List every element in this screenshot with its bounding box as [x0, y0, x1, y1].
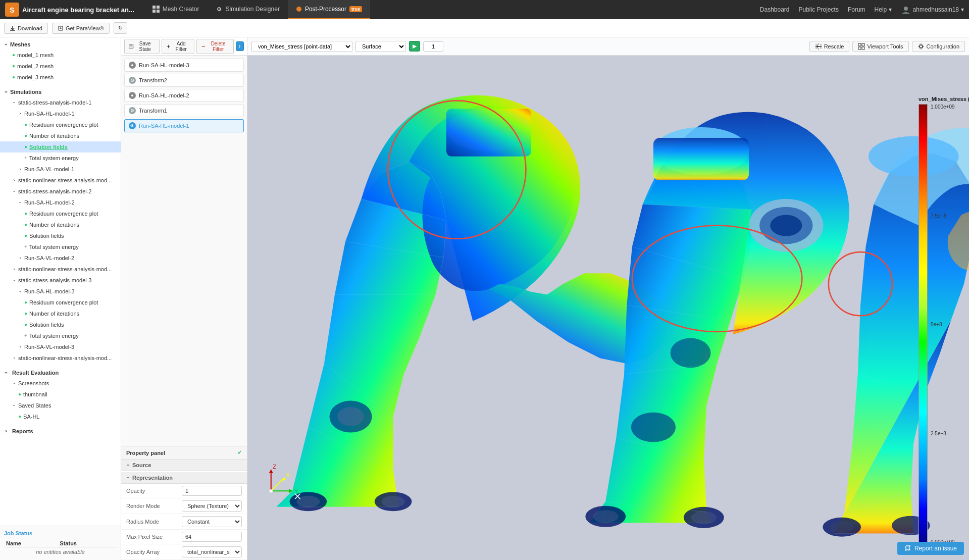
paraview-button[interactable]: Get ParaView®: [52, 23, 110, 34]
svg-rect-15: [858, 47, 861, 49]
sim-nonlinear-2[interactable]: static-nonlinear-stress-analysis-mod...: [0, 264, 121, 275]
run-sa-vl-1[interactable]: Run-SA-VL-model-1: [0, 164, 121, 175]
check-icon: ●: [24, 298, 27, 307]
mesh-model-3[interactable]: ● model_3 mesh: [0, 72, 121, 83]
tab-post-processor-label: Post-Processor: [305, 6, 346, 13]
run-sa-hl-2[interactable]: Run-SA-HL-model-2: [0, 197, 121, 208]
tab-post-processor[interactable]: Post-Processor true: [288, 0, 370, 19]
configuration-button[interactable]: Configuration: [912, 41, 965, 52]
residuum-plot-3[interactable]: ● Residuum convergence plot: [0, 297, 121, 308]
num-iterations-1[interactable]: ● Number of iterations: [0, 130, 121, 141]
result-eval-header[interactable]: Result Evaluation: [0, 368, 121, 378]
pipeline-item-run-sa-hl-3[interactable]: ● Run-SA-HL-model-3: [124, 59, 244, 72]
nav-help[interactable]: Help ▾: [875, 6, 892, 13]
chevron-right-icon: [12, 267, 16, 271]
run-sa-hl-3[interactable]: Run-SA-HL-model-3: [0, 286, 121, 297]
legend-max: 1.000e+09: [931, 104, 955, 110]
solution-fields-1[interactable]: ● Solution fields: [0, 141, 121, 152]
residuum-plot-2[interactable]: ● Residuum convergence plot: [0, 208, 121, 219]
tab-simulation-designer[interactable]: Simulation Designer: [208, 0, 288, 19]
solution-fields-2[interactable]: ● Solution fields: [0, 230, 121, 241]
sa-hl-state[interactable]: ● SA-HL: [0, 411, 121, 422]
delete-filter-button[interactable]: Delete Filter: [196, 39, 234, 54]
pipeline-list: ● Run-SA-HL-model-3 ⚙ Transform2 ● Run-S…: [121, 56, 247, 446]
representation-section-header[interactable]: Representation: [121, 472, 247, 484]
tab-mesh-creator[interactable]: Mesh Creator: [144, 0, 208, 19]
meshes-section-header[interactable]: Meshes: [0, 39, 121, 49]
svg-point-31: [770, 215, 802, 236]
main-content: Meshes ● model_1 mesh ● model_2 mesh ● m…: [0, 37, 969, 560]
sim-nonlinear-1[interactable]: static-nonlinear-stress-analysis-mod...: [0, 175, 121, 186]
source-section-header[interactable]: Source: [121, 460, 247, 471]
viewport-tools-button[interactable]: Viewport Tools: [852, 41, 908, 52]
representation-select[interactable]: Surface: [355, 41, 406, 52]
project-title: Aircraft engine bearing bracket an...: [22, 6, 134, 14]
chevron-down-icon: [12, 381, 16, 385]
radius-mode-select[interactable]: Constant: [182, 516, 242, 527]
max-pixel-size-input[interactable]: [182, 532, 242, 542]
sim-nonlinear-3[interactable]: static-nonlinear-stress-analysis-mod...: [0, 352, 121, 364]
legend-color-bar: [919, 104, 928, 545]
reports-section-header[interactable]: Reports: [0, 426, 121, 436]
saved-states-folder[interactable]: Saved States: [0, 400, 121, 411]
svg-point-9: [904, 7, 908, 11]
viewport-toolbar: von_Mises_stress [point-data] Surface ▶ …: [247, 37, 969, 56]
opacity-input[interactable]: [182, 486, 242, 496]
check-icon: ●: [24, 131, 27, 140]
num-iterations-3[interactable]: ● Number of iterations: [0, 308, 121, 319]
screenshots-folder[interactable]: Screenshots: [0, 378, 121, 389]
nav-tabs: Mesh Creator Simulation Designer Post-Pr…: [144, 0, 370, 19]
sim-static-1[interactable]: static-stress-analysis-model-1: [0, 97, 121, 108]
mesh-model-2[interactable]: ● model_2 mesh: [0, 61, 121, 72]
top-navigation: S Aircraft engine bearing bracket an... …: [0, 0, 969, 19]
mesh-model-1[interactable]: ● model_1 mesh: [0, 49, 121, 61]
pipeline-item-transform2[interactable]: ⚙ Transform2: [124, 74, 244, 87]
run-sa-hl-1[interactable]: Run-SA-HL-model-1: [0, 108, 121, 119]
chevron-right-icon: [18, 167, 22, 171]
total-energy-3[interactable]: + Total system energy: [0, 330, 121, 341]
play-icon: ▶: [413, 43, 417, 49]
check-icon: ●: [24, 120, 27, 129]
rescale-button[interactable]: Rescale: [809, 41, 850, 52]
residuum-plot-1[interactable]: ● Residuum convergence plot: [0, 119, 121, 130]
field-select[interactable]: von_Mises_stress [point-data]: [251, 41, 352, 52]
add-filter-button[interactable]: Add Filter: [162, 39, 194, 54]
frame-input[interactable]: [423, 41, 443, 52]
nav-forum[interactable]: Forum: [848, 6, 865, 13]
report-issue-button[interactable]: Report an issue: [897, 542, 964, 555]
logo-icon: S: [5, 3, 19, 17]
solution-fields-3[interactable]: ● Solution fields: [0, 319, 121, 330]
delete-icon: [201, 43, 206, 49]
user-menu[interactable]: ahmedhussain18 ▾: [901, 5, 964, 15]
total-energy-1[interactable]: + Total system energy: [0, 152, 121, 164]
download-button[interactable]: Download: [4, 23, 48, 34]
save-state-button[interactable]: Save State: [124, 39, 160, 54]
thumbnail-item[interactable]: ● thumbnail: [0, 389, 121, 400]
pipeline-item-run-sa-hl-2[interactable]: ● Run-SA-HL-model-2: [124, 89, 244, 102]
play-button[interactable]: ▶: [409, 41, 420, 52]
opacity-array-select[interactable]: total_nonlinear_strain: [182, 546, 242, 557]
tab-simulation-designer-label: Simulation Designer: [226, 6, 280, 13]
collapse-arrow-icon: [126, 463, 130, 467]
nav-public-projects[interactable]: Public Projects: [799, 6, 839, 13]
run-sa-vl-2[interactable]: Run-SA-VL-model-2: [0, 252, 121, 264]
pipeline-item-transform1[interactable]: ⚙ Transform1: [124, 104, 244, 117]
svg-point-33: [593, 510, 618, 523]
render-mode-select[interactable]: Sphere (Texture): [182, 500, 242, 512]
sim-static-2[interactable]: static-stress-analysis-model-2: [0, 186, 121, 197]
beta-badge: true: [349, 6, 362, 12]
check-icon: ●: [24, 320, 27, 329]
property-panel-header[interactable]: Property panel ✓: [121, 446, 247, 460]
num-iterations-2[interactable]: ● Number of iterations: [0, 219, 121, 230]
cog-icon: ⚙: [129, 107, 136, 114]
svg-rect-4: [152, 10, 156, 13]
total-energy-2[interactable]: + Total system energy: [0, 241, 121, 252]
run-sa-vl-3[interactable]: Run-SA-VL-model-3: [0, 341, 121, 352]
check-icon: ●: [24, 231, 27, 240]
simulations-section-header[interactable]: Simulations: [0, 87, 121, 97]
nav-dashboard[interactable]: Dashboard: [760, 6, 790, 13]
pipeline-item-run-sa-hl-1[interactable]: 👁 Run-SA-HL-model-1: [124, 119, 244, 132]
refresh-button[interactable]: ↻: [114, 22, 127, 34]
info-button[interactable]: i: [236, 41, 244, 51]
sim-static-3[interactable]: static-stress-analysis-model-3: [0, 275, 121, 286]
